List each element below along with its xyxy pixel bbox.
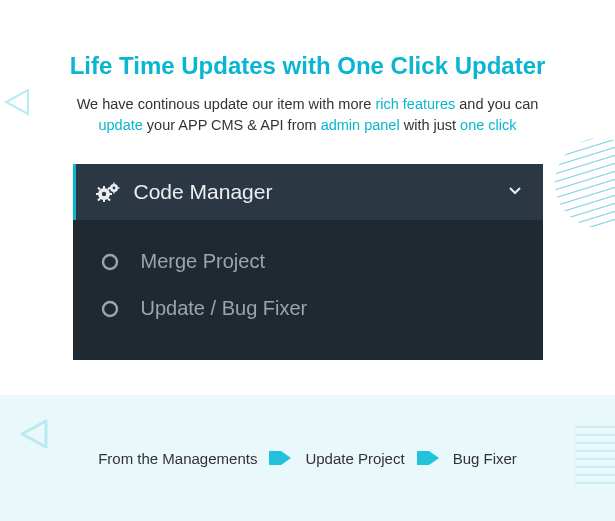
page-title: Life Time Updates with One Click Updater bbox=[0, 52, 615, 80]
svg-rect-32 bbox=[117, 187, 119, 188]
breadcrumb-footer: From the Managements Update Project Bug … bbox=[0, 395, 615, 521]
svg-marker-45 bbox=[417, 451, 439, 465]
subtitle-text: We have continous update our item with m… bbox=[77, 96, 376, 112]
svg-rect-20 bbox=[103, 199, 105, 202]
sidebar-item-label: Merge Project bbox=[141, 250, 266, 273]
circle-icon bbox=[101, 253, 119, 271]
arrow-tag-icon bbox=[269, 449, 293, 467]
svg-point-18 bbox=[101, 192, 105, 196]
breadcrumb-item: Update Project bbox=[305, 450, 404, 467]
sidebar-item-label: Code Manager bbox=[134, 180, 507, 204]
page-subtitle: We have continous update our item with m… bbox=[0, 94, 615, 136]
circle-icon bbox=[101, 300, 119, 318]
sidebar-submenu: Merge Project Update / Bug Fixer bbox=[73, 220, 543, 360]
gears-icon bbox=[96, 182, 120, 202]
svg-rect-29 bbox=[113, 183, 114, 185]
sidebar-item-code-manager[interactable]: Code Manager bbox=[73, 164, 543, 220]
subtitle-text: and you can bbox=[455, 96, 538, 112]
breadcrumb-item: From the Managements bbox=[98, 450, 257, 467]
subtitle-accent-one-click: one click bbox=[460, 117, 516, 133]
svg-rect-19 bbox=[103, 186, 105, 189]
svg-rect-31 bbox=[108, 187, 110, 188]
arrow-tag-icon bbox=[417, 449, 441, 467]
subtitle-accent-rich-features: rich features bbox=[375, 96, 455, 112]
svg-rect-22 bbox=[109, 193, 112, 195]
chevron-down-icon bbox=[507, 182, 523, 202]
sidebar-item-update-bug-fixer[interactable]: Update / Bug Fixer bbox=[93, 285, 523, 332]
breadcrumb-item: Bug Fixer bbox=[453, 450, 517, 467]
svg-point-34 bbox=[103, 302, 117, 316]
svg-rect-30 bbox=[113, 192, 114, 194]
svg-point-28 bbox=[112, 187, 115, 190]
svg-point-33 bbox=[103, 255, 117, 269]
admin-panel-screenshot: Code Manager Merge Project Update / Bug … bbox=[73, 164, 543, 360]
subtitle-accent-admin-panel: admin panel bbox=[321, 117, 400, 133]
decorative-play-triangle bbox=[18, 417, 48, 455]
subtitle-text: your APP CMS & API from bbox=[143, 117, 321, 133]
svg-marker-35 bbox=[22, 421, 46, 447]
subtitle-accent-update: update bbox=[98, 117, 142, 133]
decorative-lines bbox=[575, 423, 615, 493]
sidebar-item-merge-project[interactable]: Merge Project bbox=[93, 238, 523, 285]
svg-marker-44 bbox=[269, 451, 291, 465]
svg-rect-21 bbox=[96, 193, 99, 195]
sidebar-item-label: Update / Bug Fixer bbox=[141, 297, 308, 320]
subtitle-text: with just bbox=[400, 117, 460, 133]
